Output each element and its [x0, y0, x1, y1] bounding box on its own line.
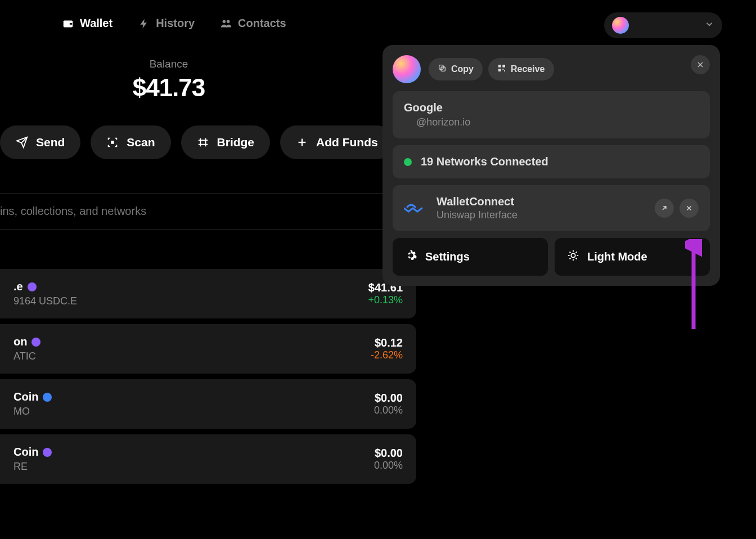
settings-button[interactable]: Settings [393, 238, 548, 276]
list-item[interactable]: on ATIC $0.12 -2.62% [0, 324, 416, 374]
list-item[interactable]: Coin RE $0.00 0.00% [0, 434, 416, 484]
svg-rect-17 [504, 70, 505, 71]
open-external-button[interactable] [655, 199, 674, 218]
token-change: +0.13% [368, 294, 403, 306]
search-input[interactable] [0, 194, 416, 229]
svg-rect-13 [498, 65, 501, 68]
network-badge-icon [43, 448, 52, 457]
network-badge-icon [32, 338, 40, 347]
connected-title: Google [404, 101, 699, 114]
svg-point-22 [571, 253, 575, 257]
qr-icon [497, 64, 506, 75]
avatar [612, 17, 629, 34]
nav-tab-label: Wallet [80, 17, 112, 30]
copy-icon [438, 64, 447, 75]
search-container [0, 193, 416, 230]
token-change: 0.00% [374, 405, 403, 416]
network-badge-icon [28, 282, 37, 291]
close-popover-button[interactable] [691, 55, 710, 74]
button-label: Settings [425, 250, 470, 263]
lightning-icon [138, 17, 150, 30]
disconnect-button[interactable] [680, 199, 699, 218]
contacts-icon [220, 17, 232, 30]
scan-button[interactable]: Scan [91, 125, 170, 159]
sun-icon [567, 249, 579, 264]
copy-button[interactable]: Copy [429, 58, 483, 80]
token-change: 0.00% [374, 460, 403, 471]
nav-tab-label: History [156, 17, 195, 30]
token-list: .e 9164 USDC.E $41.61 +0.13% on ATIC $0.… [0, 269, 416, 484]
token-sub: ATIC [14, 351, 40, 362]
button-label: Send [36, 136, 65, 149]
svg-line-30 [576, 251, 577, 253]
walletconnect-icon [404, 200, 426, 217]
account-popover: Copy Receive Google @horizon.io 19 Netwo… [382, 45, 720, 286]
button-label: Light Mode [587, 250, 647, 263]
svg-line-29 [569, 258, 570, 259]
scan-icon [106, 136, 119, 149]
bridge-icon [197, 136, 209, 149]
button-label: Bridge [217, 136, 255, 149]
list-item[interactable]: .e 9164 USDC.E $41.61 +0.13% [0, 269, 416, 318]
network-badge-icon [43, 393, 52, 402]
wallet-icon [62, 17, 74, 30]
svg-line-27 [569, 251, 570, 253]
bridge-button[interactable]: Bridge [181, 125, 271, 159]
nav-tab-history[interactable]: History [138, 17, 195, 30]
list-item[interactable]: Coin MO $0.00 0.00% [0, 379, 416, 429]
chip-label: Copy [451, 64, 474, 74]
svg-point-3 [227, 20, 230, 23]
wc-sub: Uniswap Interface [436, 209, 518, 221]
token-change: -2.62% [371, 349, 403, 361]
nav-tab-contacts[interactable]: Contacts [220, 17, 286, 30]
balance-block: Balance $41.73 [0, 58, 338, 102]
send-button[interactable]: Send [0, 125, 80, 159]
networks-card[interactable]: 19 Networks Connected [393, 145, 710, 178]
send-icon [16, 136, 28, 149]
balance-value: $41.73 [0, 74, 338, 102]
button-label: Scan [127, 136, 155, 149]
svg-rect-4 [112, 141, 114, 143]
svg-line-28 [576, 258, 577, 259]
light-mode-button[interactable]: Light Mode [555, 238, 710, 276]
networks-text: 19 Networks Connected [421, 155, 548, 168]
balance-label: Balance [0, 58, 338, 70]
token-sub: 9164 USDC.E [14, 295, 77, 307]
plus-icon [296, 136, 308, 149]
button-label: Add Funds [316, 136, 378, 149]
status-dot-icon [404, 158, 412, 166]
token-amount: $0.12 [371, 336, 403, 349]
token-amount: $0.00 [374, 392, 403, 405]
svg-rect-1 [70, 23, 73, 25]
token-sub: RE [14, 461, 52, 473]
account-switcher[interactable] [604, 12, 722, 38]
avatar [393, 55, 421, 83]
wc-title: WalletConnect [436, 195, 518, 208]
chip-label: Receive [511, 64, 545, 74]
token-amount: $0.00 [374, 447, 403, 460]
walletconnect-card[interactable]: WalletConnect Uniswap Interface [393, 185, 710, 231]
add-funds-button[interactable]: Add Funds [280, 125, 394, 159]
receive-button[interactable]: Receive [488, 58, 554, 80]
svg-point-2 [223, 20, 226, 23]
nav-tab-label: Contacts [238, 17, 286, 30]
connected-sub: @horizon.io [416, 116, 699, 128]
gear-icon [405, 249, 417, 264]
chevron-down-icon [704, 19, 714, 32]
svg-rect-14 [502, 65, 505, 68]
svg-rect-15 [498, 69, 501, 71]
svg-rect-16 [502, 69, 503, 70]
connected-account-card[interactable]: Google @horizon.io [393, 91, 710, 138]
token-sub: MO [14, 406, 52, 417]
nav-tab-wallet[interactable]: Wallet [62, 17, 112, 30]
